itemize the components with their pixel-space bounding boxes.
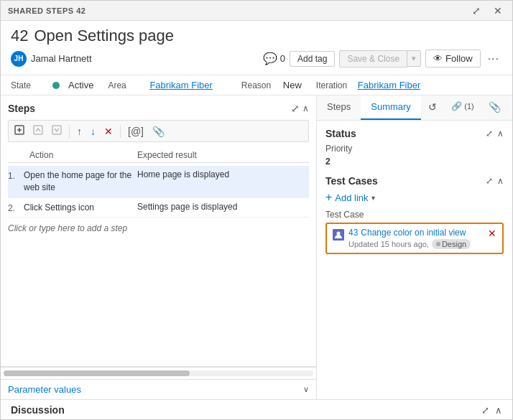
tc-type-icon [333, 229, 344, 241]
more-button[interactable]: ··· [485, 51, 502, 67]
svg-point-6 [337, 232, 341, 235]
save-close-button[interactable]: Save & Close [339, 50, 407, 67]
avatar: JH [11, 51, 27, 67]
tab-attachment[interactable]: 📎 [481, 95, 508, 120]
plus-icon: + [325, 191, 332, 204]
priority-value-row: 2 [325, 157, 504, 167]
steps-toolbar: ↑ ↓ ✕ [@] 📎 [8, 120, 309, 142]
tc-tag-dot [436, 242, 440, 246]
add-link-dropdown-icon: ▾ [371, 194, 375, 202]
add-tag-button[interactable]: Add tag [290, 51, 335, 67]
test-case-label: Test Case [325, 210, 504, 220]
save-close-group: Save & Close ▾ [339, 50, 421, 67]
delete-button[interactable]: ✕ [101, 123, 116, 139]
iteration-value[interactable]: Fabrikam Fiber [358, 80, 420, 90]
move-up-button[interactable]: ↑ [73, 123, 86, 139]
step-action-1[interactable]: Open the home page for the web site [24, 169, 137, 194]
state-field: State Active [11, 80, 93, 90]
comment-count: 0 [280, 53, 285, 64]
test-cases-expand-icon[interactable]: ⤢ [486, 176, 493, 186]
step-num-2: 2. [8, 202, 24, 213]
add-step-prompt[interactable]: Click or type here to add a step [8, 218, 309, 239]
tab-steps[interactable]: Steps [317, 95, 361, 120]
step-result-2[interactable]: Settings page is displayed [137, 202, 309, 212]
step-action-2[interactable]: Click Settings icon [24, 202, 137, 214]
right-content: Status ⤢ ∧ Priority 2 Test Cases [317, 121, 512, 269]
test-cases-collapse-icon[interactable]: ∧ [497, 176, 504, 186]
param-values-bar[interactable]: Parameter values ∨ [1, 379, 316, 399]
steps-title: Steps [8, 103, 35, 114]
status-section: Status ⤢ ∧ Priority 2 [325, 128, 504, 167]
discussion-collapse-icon[interactable]: ∧ [495, 405, 502, 416]
follow-button[interactable]: 👁 Follow [425, 50, 481, 67]
priority-field: Priority [325, 144, 504, 154]
move-step-up-button[interactable] [29, 123, 47, 139]
tab-history[interactable]: ↺ [421, 95, 444, 120]
move-step-down-button[interactable] [48, 123, 65, 139]
step-num-1: 1. [8, 169, 24, 181]
col-result-header: Expected result [137, 150, 309, 160]
scrollbar-track[interactable] [4, 370, 313, 376]
tc-info: 43 Change color on initial view Updated … [348, 228, 484, 249]
comment-icon: 💬 [263, 52, 277, 65]
scrollbar-thumb[interactable] [4, 370, 190, 376]
expand-button[interactable]: ⤢ [469, 4, 484, 18]
reason-field: Reason New [241, 80, 302, 90]
status-header: Status ⤢ ∧ [325, 128, 504, 139]
state-value: Active [68, 80, 93, 90]
status-icons: ⤢ ∧ [486, 129, 504, 139]
tc-tag-label: Design [442, 240, 466, 248]
item-title: Open Settings page [34, 27, 173, 45]
steps-collapse-icon[interactable]: ∧ [302, 103, 309, 113]
status-collapse-icon[interactable]: ∧ [497, 129, 504, 139]
tab-summary[interactable]: Summary [361, 95, 421, 120]
move-down-button[interactable]: ↓ [87, 123, 99, 139]
insert-row-button[interactable] [11, 123, 28, 139]
step-row[interactable]: 2. Click Settings icon Settings page is … [8, 198, 309, 218]
left-bottom: Parameter values ∨ [1, 366, 316, 399]
status-expand-icon[interactable]: ⤢ [486, 129, 493, 139]
close-button[interactable]: ✕ [491, 4, 505, 18]
param-values-arrow: ∨ [303, 385, 309, 394]
steps-expand-icon[interactable]: ⤢ [291, 103, 300, 114]
action-group: 💬 0 Add tag Save & Close ▾ 👁 Follow ··· [263, 50, 502, 67]
reason-value: New [283, 80, 302, 90]
main-content: Steps ⤢ ∧ ↑ ↓ ✕ [@] [1, 95, 512, 399]
save-close-dropdown[interactable]: ▾ [407, 50, 421, 67]
add-link-button[interactable]: + Add link ▾ [325, 191, 375, 204]
tc-title[interactable]: 43 Change color on initial view [348, 228, 484, 238]
scroll-area [1, 367, 316, 379]
iteration-field: Iteration Fabrikam Fiber [316, 80, 420, 90]
reason-label: Reason [241, 80, 277, 90]
item-id: 42 [11, 27, 28, 45]
right-tabs: Steps Summary ↺ 🔗 (1) 📎 [317, 95, 512, 121]
comment-button[interactable]: 💬 0 [263, 52, 285, 65]
state-label: State [11, 80, 47, 90]
right-fields: Reason New Iteration Fabrikam Fiber [241, 80, 420, 90]
steps-col-headers: Action Expected result [8, 148, 309, 163]
test-cases-section: Test Cases ⤢ ∧ + Add link ▾ Test Case [325, 175, 504, 254]
user-name: Jamal Hartnett [31, 53, 92, 64]
area-value[interactable]: Fabrikam Fiber [149, 80, 212, 90]
param-values-label: Parameter values [8, 384, 81, 395]
header: 42 Open Settings page JH Jamal Hartnett … [1, 21, 512, 75]
tc-name: Change color on initial view [361, 228, 466, 238]
tc-remove-button[interactable]: ✕ [488, 228, 496, 239]
discussion-bar[interactable]: Discussion ⤢ ∧ [1, 399, 512, 420]
svg-rect-4 [52, 126, 61, 134]
attachment-button[interactable]: 📎 [149, 123, 168, 139]
titlebar-text: SHARED STEPS 42 [8, 6, 86, 15]
tab-links[interactable]: 🔗 (1) [444, 95, 481, 120]
insert-shared-button[interactable]: [@] [124, 123, 147, 139]
tc-id: 43 [348, 228, 358, 238]
titlebar: SHARED STEPS 42 ⤢ ✕ [1, 1, 512, 21]
col-action-header: Action [8, 150, 137, 160]
step-result-1[interactable]: Home page is displayed [137, 169, 309, 179]
discussion-icons: ⤢ ∧ [481, 405, 502, 416]
steps-header: Steps ⤢ ∧ [8, 103, 309, 114]
discussion-expand-icon[interactable]: ⤢ [481, 405, 489, 416]
fields-row: State Active Area Fabrikam Fiber Reason … [1, 75, 512, 95]
step-row[interactable]: 1. Open the home page for the web site H… [8, 166, 309, 198]
area-field: Area Fabrikam Fiber [108, 80, 212, 90]
follow-icon: 👁 [433, 53, 443, 64]
